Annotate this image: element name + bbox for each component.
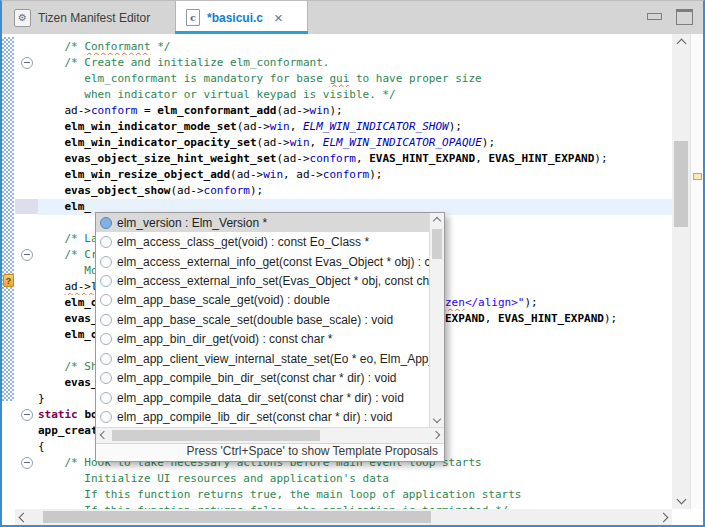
maximize-view-button[interactable] [676,9,693,25]
scroll-up-icon[interactable] [677,39,687,49]
scroll-down-icon[interactable] [677,495,687,505]
scroll-right-icon[interactable] [659,513,669,523]
manifest-editor-icon: ⚙ [14,9,31,27]
proposal-icon [100,333,112,345]
popup-horizontal-scrollbar[interactable] [96,427,444,443]
tab-label: *basicui.c [207,11,263,25]
code-line: elm_conformant is mandatory for base gui… [38,71,670,87]
completion-item[interactable]: elm_app_base_scale_get(void) : double [96,291,429,310]
proposal-label: elm_access_external_info_get(const Evas_… [117,255,429,269]
tab-bar: ⚙ Tizen Manifest Editor c *basicui.c × [2,1,703,35]
proposal-label: elm_app_compile_bin_dir_set(const char *… [117,371,396,385]
popup-scroll-up-icon[interactable] [433,217,441,225]
proposal-label: elm_access_external_info_set(Evas_Object… [117,274,429,288]
proposal-icon [100,275,112,287]
completion-list: elm_version : Elm_Version *elm_access_cl… [96,213,444,427]
code-line: /* Conformant */ [38,39,670,55]
popup-vertical-scrollbar[interactable] [429,213,444,427]
proposal-label: elm_access_class_get(void) : const Eo_Cl… [117,235,369,249]
code-line: Initialize UI resources and application'… [38,471,670,487]
vertical-scrollbar-thumb[interactable] [674,141,688,227]
editor-window: ⚙ Tizen Manifest Editor c *basicui.c × ?… [0,0,705,527]
code-line: evas_object_size_hint_weight_set(ad->con… [38,151,670,167]
proposal-label: elm_app_client_view_internal_state_set(E… [117,352,429,366]
proposal-label: elm_app_compile_lib_dir_set(const char *… [117,410,392,424]
code-line: elm_win_indicator_opacity_set(ad->win, E… [38,135,670,151]
completion-item[interactable]: elm_access_class_get(void) : const Eo_Cl… [96,232,429,251]
proposal-label: elm_app_base_scale_get(void) : double [117,293,330,307]
proposal-icon [100,314,112,326]
proposal-icon [100,372,112,384]
proposal-icon [100,392,112,404]
vertical-scrollbar[interactable] [672,34,690,509]
completion-item[interactable]: elm_access_external_info_get(const Evas_… [96,252,429,271]
proposal-label: elm_app_bin_dir_get(void) : const char * [117,332,332,346]
popup-vscroll-thumb[interactable] [432,229,442,259]
code-line: /* Create and initialize elm_conformant. [38,55,670,71]
popup-scroll-down-icon[interactable] [433,415,441,423]
scroll-left-icon[interactable] [19,513,29,523]
completion-item[interactable]: elm_app_compile_lib_dir_set(const char *… [96,407,429,426]
completion-item[interactable]: elm_app_compile_bin_dir_set(const char *… [96,369,429,388]
completion-item[interactable]: elm_app_base_scale_set(double base_scale… [96,310,429,329]
minimize-view-button[interactable] [647,13,662,20]
proposal-icon [100,294,112,306]
completion-item[interactable]: elm_app_client_view_internal_state_set(E… [96,349,429,368]
close-icon[interactable]: × [274,10,283,25]
horizontal-scrollbar[interactable] [15,509,672,525]
completion-popup: elm_version : Elm_Version *elm_access_cl… [95,212,445,462]
code-line: elm_win_indicator_mode_set(ad->win, ELM_… [38,119,670,135]
proposal-icon [100,353,112,365]
proposal-icon [100,236,112,248]
tab-tizen-manifest-editor[interactable]: ⚙ Tizen Manifest Editor [4,1,164,34]
overview-ruler[interactable] [690,34,703,509]
proposal-icon [100,411,112,423]
code-line: elm_win_resize_object_add(ad->win, ad->c… [38,167,670,183]
proposal-icon [100,217,112,229]
popup-scroll-left-icon[interactable] [100,431,108,439]
completion-item[interactable]: elm_access_external_info_set(Evas_Object… [96,271,429,290]
view-controls [647,9,693,25]
code-line: ad->conform = elm_conformant_add(ad->win… [38,103,670,119]
proposal-icon [100,256,112,268]
horizontal-scrollbar-thumb[interactable] [43,511,431,523]
code-line: when indicator or virtual keypad is visi… [38,87,670,103]
completion-status: Press 'Ctrl+Space' to show Template Prop… [96,443,444,461]
c-file-icon: c [186,9,200,26]
completion-item[interactable]: elm_version : Elm_Version * [96,213,429,232]
popup-scroll-right-icon[interactable] [432,431,440,439]
completion-item[interactable]: elm_app_bin_dir_get(void) : const char * [96,330,429,349]
tab-label: Tizen Manifest Editor [38,11,150,25]
tab-basicui[interactable]: c *basicui.c × [175,1,308,34]
code-line: evas_object_show(ad->conform); [38,183,670,199]
completion-item[interactable]: elm_app_compile_data_dir_set(const char … [96,388,429,407]
proposal-label: elm_app_base_scale_set(double base_scale… [117,313,393,327]
code-line: If this function returns true, the main … [38,487,670,503]
overview-annotation-marker[interactable] [693,173,702,180]
proposal-label: elm_app_compile_data_dir_set(const char … [117,391,404,405]
popup-hscroll-thumb[interactable] [112,430,320,441]
proposal-label: elm_version : Elm_Version * [117,216,267,230]
